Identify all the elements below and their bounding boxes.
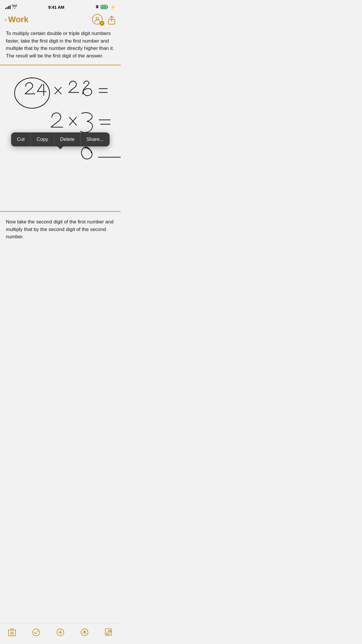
divider-top	[0, 63, 121, 67]
signal-icon	[5, 5, 10, 9]
context-menu-cut[interactable]: Cut	[11, 132, 31, 146]
divider-line-top	[0, 65, 121, 65]
svg-point-2	[96, 17, 99, 20]
add-collaborator-button[interactable]: +	[92, 14, 103, 25]
divider-line-bottom	[0, 211, 121, 212]
back-label: Work	[8, 15, 29, 24]
context-menu-arrow	[57, 146, 63, 149]
divider-bottom	[0, 209, 121, 214]
plus-badge-icon: +	[100, 21, 104, 26]
status-left	[5, 5, 17, 10]
svg-point-4	[15, 78, 50, 108]
back-button[interactable]: ‹ Work	[5, 15, 29, 24]
share-button[interactable]	[108, 15, 116, 24]
status-right: ⚡	[95, 4, 115, 10]
status-time: 9:41 AM	[48, 5, 64, 10]
status-bar: 9:41 AM ⚡	[0, 0, 121, 13]
note-content: To multiply certain double or triple dig…	[0, 27, 121, 60]
svg-rect-1	[101, 6, 107, 8]
note-text-2: Now take the second digit of the first n…	[0, 215, 121, 264]
context-menu-delete[interactable]: Delete	[54, 132, 80, 146]
nav-actions: +	[92, 14, 116, 25]
charging-icon: ⚡	[110, 5, 115, 9]
context-menu-share[interactable]: Share...	[80, 132, 110, 146]
note-text-1: To multiply certain double or triple dig…	[6, 30, 115, 60]
context-menu-copy[interactable]: Copy	[31, 132, 55, 146]
wifi-icon	[12, 5, 17, 10]
drawing-area[interactable]: Cut Copy Delete Share...	[0, 68, 121, 208]
battery-icon	[101, 5, 109, 9]
bluetooth-icon	[95, 4, 99, 10]
context-menu-container: Cut Copy Delete Share...	[11, 132, 110, 146]
back-chevron-icon: ‹	[5, 15, 7, 24]
context-menu: Cut Copy Delete Share...	[11, 132, 110, 149]
nav-bar: ‹ Work +	[0, 13, 121, 27]
